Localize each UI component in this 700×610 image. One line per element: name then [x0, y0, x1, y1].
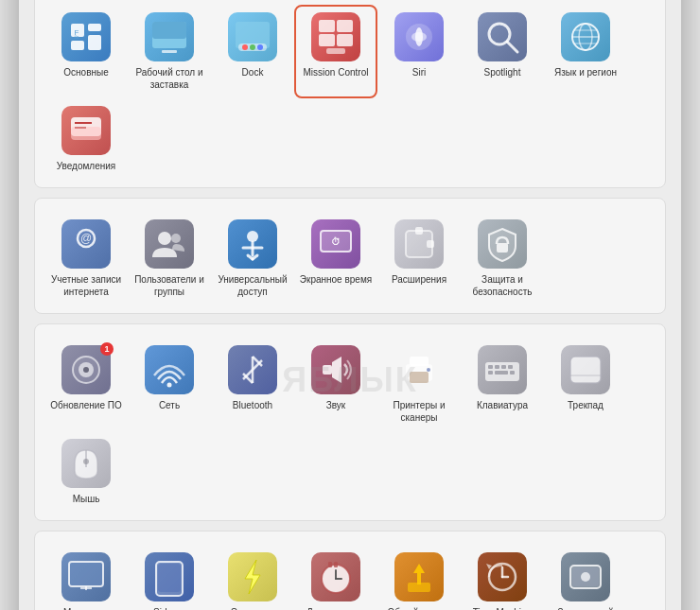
section-4-row: МониторыSidecarЭкономия энергииДата и вр…: [44, 545, 656, 610]
dock-icon: [228, 12, 277, 61]
svg-rect-3: [88, 35, 101, 50]
svg-point-21: [411, 32, 427, 42]
pref-item-spotlight[interactable]: Spotlight: [461, 5, 544, 98]
svg-rect-2: [71, 41, 84, 50]
mission-icon: [311, 12, 360, 61]
pref-item-startup[interactable]: Загрузочный диск: [544, 545, 627, 610]
bt-icon: [228, 345, 277, 394]
pref-item-siri[interactable]: Siri: [377, 5, 461, 98]
pref-item-timemachine[interactable]: Time Machine: [461, 545, 544, 610]
keyboard-label: Клавиатура: [477, 399, 528, 411]
desktop-icon: [145, 12, 194, 61]
pref-item-screen[interactable]: ⏱Экранное время: [294, 212, 377, 305]
pref-item-security[interactable]: Защита и безопасность: [461, 212, 544, 305]
svg-rect-68: [495, 371, 508, 375]
pref-item-accounts[interactable]: @Учетные записи интернета: [44, 212, 128, 305]
pref-item-print[interactable]: Принтеры и сканеры: [377, 338, 461, 431]
pref-item-lang[interactable]: Язык и регион: [544, 5, 627, 98]
pref-item-notif[interactable]: Уведомления: [44, 98, 128, 180]
monitor-label: Мониторы: [63, 606, 109, 610]
osnov-icon: File: [61, 12, 111, 61]
pref-item-dock[interactable]: Dock: [211, 5, 294, 98]
energy-label: Экономия энергии: [215, 606, 290, 610]
net-label: Сеть: [159, 399, 180, 411]
bt-label: Bluetooth: [233, 399, 272, 411]
svg-rect-82: [334, 562, 338, 567]
pref-item-desktop[interactable]: Рабочий стол и заставка: [128, 5, 211, 98]
pref-item-mission[interactable]: Mission Control: [294, 5, 377, 98]
mission-label: Mission Control: [304, 66, 369, 78]
svg-rect-86: [408, 583, 430, 592]
svg-rect-18: [326, 48, 345, 54]
pref-item-users[interactable]: Пользователи и группы: [128, 212, 211, 305]
extens-label: Расширения: [392, 273, 446, 286]
pref-item-energy[interactable]: Экономия энергии: [211, 545, 294, 610]
svg-rect-46: [427, 240, 434, 248]
pref-item-sound[interactable]: Звук: [294, 338, 377, 431]
svg-point-13: [257, 44, 263, 50]
update-label: Обновление ПО: [50, 399, 121, 411]
svg-point-36: [171, 234, 181, 243]
svg-rect-57: [323, 365, 332, 375]
users-icon: [145, 219, 194, 269]
svg-rect-83: [328, 562, 332, 567]
system-preferences-window: ‹ › ⊞ Системные настройки 🔍 Я Yablyk Pub…: [19, 0, 681, 610]
svg-rect-8: [162, 50, 177, 53]
pref-item-keyboard[interactable]: Клавиатура: [461, 338, 544, 431]
extens-icon: [394, 219, 444, 269]
net-icon: [145, 345, 194, 394]
notif-label: Уведомления: [57, 160, 116, 172]
energy-icon: [228, 552, 277, 601]
osnov-label: Основные: [63, 66, 108, 78]
pref-item-osnov[interactable]: FileОсновные: [44, 5, 128, 98]
svg-point-51: [167, 383, 172, 388]
datetime-label: Дата и время: [306, 606, 365, 610]
pref-item-bt[interactable]: Bluetooth: [211, 338, 294, 431]
print-label: Принтеры и сканеры: [381, 399, 457, 424]
security-icon: [478, 219, 527, 269]
svg-text:@: @: [80, 232, 92, 245]
svg-rect-65: [501, 365, 506, 369]
security-label: Защита и безопасность: [464, 273, 540, 298]
datetime-icon: [311, 552, 360, 601]
svg-line-23: [507, 42, 517, 52]
sidecar-label: Sidecar: [153, 606, 185, 610]
section-appearance: FileОсновныеРабочий стол и заставкаDockM…: [34, 0, 666, 188]
users-label: Пользователи и группы: [131, 273, 207, 298]
svg-rect-79: [158, 564, 181, 592]
svg-point-11: [242, 44, 248, 50]
pref-item-trackpad[interactable]: Трекпад: [544, 338, 627, 431]
section-accounts: @Учетные записи интернетаПользователи и …: [34, 198, 666, 314]
pref-item-extens[interactable]: Расширения: [377, 212, 461, 305]
section-1-row: FileОсновныеРабочий стол и заставкаDockM…: [44, 5, 656, 180]
access-icon: [228, 219, 277, 269]
section-hardware: 1Обновление ПОСетьBluetoothЗвукПринтеры …: [34, 323, 666, 521]
desktop-label: Рабочий стол и заставка: [131, 66, 207, 91]
svg-rect-60: [410, 357, 429, 366]
pref-item-datetime[interactable]: Дата и время: [294, 545, 377, 610]
svg-rect-47: [497, 243, 508, 253]
pref-item-access[interactable]: Универсальный доступ: [211, 212, 294, 305]
section-3-row: 1Обновление ПОСетьBluetoothЗвукПринтеры …: [44, 338, 656, 513]
svg-rect-59: [410, 372, 429, 383]
siri-icon: [394, 12, 444, 61]
svg-rect-63: [488, 365, 493, 369]
svg-rect-14: [319, 20, 335, 32]
svg-text:ile: ile: [74, 34, 79, 40]
trackpad-label: Трекпад: [568, 399, 604, 411]
svg-rect-64: [495, 365, 499, 369]
svg-point-73: [83, 459, 89, 464]
pref-item-sharing[interactable]: Общий доступ: [377, 545, 461, 610]
pref-item-monitor[interactable]: Мониторы: [44, 545, 128, 610]
sound-label: Звук: [326, 399, 346, 411]
svg-rect-70: [570, 357, 601, 383]
pref-item-net[interactable]: Сеть: [128, 338, 211, 431]
pref-item-mouse[interactable]: Мышь: [44, 431, 128, 513]
siri-label: Siri: [412, 66, 426, 78]
startup-label: Загрузочный диск: [548, 606, 623, 610]
svg-point-61: [427, 368, 430, 372]
svg-point-12: [250, 44, 255, 50]
pref-item-sidecar[interactable]: Sidecar: [128, 545, 211, 610]
pref-item-update[interactable]: 1Обновление ПО: [44, 338, 128, 431]
svg-rect-75: [70, 563, 102, 585]
